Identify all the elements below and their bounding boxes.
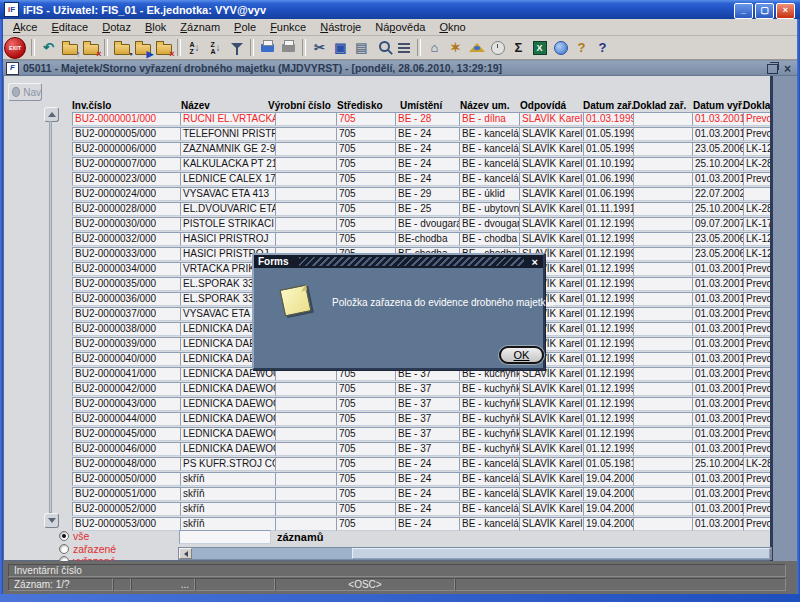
- cell-datum-zar[interactable]: 01.12.1999: [583, 307, 637, 321]
- help-icon[interactable]: ?: [592, 37, 613, 58]
- cell-nazev[interactable]: ZAZNAMNIK GE 2-9815: [180, 142, 279, 156]
- cell-umisteni[interactable]: BE - 24: [395, 157, 463, 171]
- cell-doklad-zar[interactable]: [633, 502, 696, 516]
- cell-datum-zar[interactable]: 01.06.1999: [583, 187, 637, 201]
- cell-inv[interactable]: BU2-0000048/000: [72, 457, 184, 471]
- cell-doklad-zar[interactable]: [633, 442, 696, 456]
- cell-doklad-zar[interactable]: [633, 187, 696, 201]
- cell-datum-vyr[interactable]: 09.07.2007: [692, 217, 747, 231]
- cell-vyrobni[interactable]: [275, 442, 340, 456]
- cell-datum-vyr[interactable]: 01.03.2001: [692, 367, 747, 381]
- cell-stredisko[interactable]: 705: [336, 397, 399, 411]
- cell-datum-vyr[interactable]: 25.10.2004: [692, 157, 747, 171]
- cell-umisteni[interactable]: BE - 24: [395, 487, 463, 501]
- cell-nazev[interactable]: LEDNICE CALEX 175: [180, 172, 279, 186]
- cell-inv[interactable]: BU2-0000023/000: [72, 172, 184, 186]
- cell-vyrobni[interactable]: [275, 202, 340, 216]
- cell-datum-vyr[interactable]: 01.03.2001: [692, 472, 747, 486]
- duplicate-record-icon[interactable]: ▤: [351, 37, 372, 58]
- cell-datum-zar[interactable]: 01.12.1999: [583, 217, 637, 231]
- cell-nazev[interactable]: skříň: [180, 487, 279, 501]
- cell-stredisko[interactable]: 705: [336, 202, 399, 216]
- cell-nazev-um[interactable]: BE - kancelář: [459, 487, 523, 501]
- cell-doklad-zar[interactable]: [633, 112, 696, 126]
- cell-vyrobni[interactable]: [275, 472, 340, 486]
- home-icon[interactable]: ⌂: [424, 37, 445, 58]
- cell-umisteni[interactable]: BE - 37: [395, 382, 463, 396]
- cell-umisteni[interactable]: BE - 28: [395, 112, 463, 126]
- cell-nazev-um[interactable]: BE - kuchyňka: [459, 382, 523, 396]
- cell-stredisko[interactable]: 705: [336, 127, 399, 141]
- cell-nazev-um[interactable]: BE - kancelář: [459, 517, 523, 531]
- cell-datum-zar[interactable]: 01.12.1999: [583, 412, 637, 426]
- cell-stredisko[interactable]: 705: [336, 187, 399, 201]
- cell-doklad-zar[interactable]: [633, 382, 696, 396]
- cell-datum-zar[interactable]: 01.12.1999: [583, 277, 637, 291]
- cell-vyrobni[interactable]: [275, 112, 340, 126]
- cell-umisteni[interactable]: BE - 37: [395, 412, 463, 426]
- cell-doklad-zar[interactable]: [633, 472, 696, 486]
- minimize-button[interactable]: _: [734, 3, 753, 19]
- close-button[interactable]: ×: [776, 3, 795, 19]
- cell-umisteni[interactable]: BE - 24: [395, 472, 463, 486]
- cell-odpovida[interactable]: SLAVÍK Karel 9:: [519, 457, 587, 471]
- cell-inv[interactable]: BU2-0000024/000: [72, 187, 184, 201]
- cell-inv[interactable]: BU2-0000036/000: [72, 292, 184, 306]
- radio-circle-icon[interactable]: [59, 531, 69, 541]
- cell-nazev-um[interactable]: BE - chodba 1: [459, 232, 523, 246]
- cell-umisteni[interactable]: BE - 24: [395, 502, 463, 516]
- cell-datum-zar[interactable]: 01.05.1999: [583, 127, 637, 141]
- cell-nazev-um[interactable]: BE - ubytovna: [459, 202, 523, 216]
- cell-stredisko[interactable]: 705: [336, 412, 399, 426]
- cell-umisteni[interactable]: BE-chodba: [395, 232, 463, 246]
- menu-blok[interactable]: Blok: [138, 20, 173, 34]
- cell-vyrobni[interactable]: [275, 517, 340, 531]
- cell-vyrobni[interactable]: [275, 427, 340, 441]
- cell-nazev-um[interactable]: BE - kuchyňka: [459, 412, 523, 426]
- cell-nazev[interactable]: EL.DVOUVARIC ETA 11: [180, 202, 279, 216]
- cell-datum-vyr[interactable]: 01.03.2001: [692, 307, 747, 321]
- cell-doklad-zar[interactable]: [633, 262, 696, 276]
- cell-datum-vyr[interactable]: 01.03.2001: [692, 172, 747, 186]
- cell-odpovida[interactable]: SLAVÍK Karel 9:: [519, 412, 587, 426]
- cell-datum-zar[interactable]: 19.04.2000: [583, 487, 637, 501]
- excel-export-icon[interactable]: X: [529, 37, 550, 58]
- record-count-input[interactable]: [179, 530, 271, 544]
- cell-vyrobni[interactable]: [275, 157, 340, 171]
- sum-icon[interactable]: Σ: [508, 37, 529, 58]
- cell-odpovida[interactable]: SLAVÍK Karel 9:: [519, 397, 587, 411]
- cell-nazev[interactable]: LEDNICKA DAEWOO FF: [180, 382, 279, 396]
- cell-datum-zar[interactable]: 01.11.1991: [583, 202, 637, 216]
- cell-datum-zar[interactable]: 01.12.1999: [583, 442, 637, 456]
- cell-datum-zar[interactable]: 01.05.1999: [583, 142, 637, 156]
- cell-datum-vyr[interactable]: 01.03.2001: [692, 427, 747, 441]
- cell-inv[interactable]: BU2-0000035/000: [72, 277, 184, 291]
- cell-odpovida[interactable]: SLAVÍK Karel 9:: [519, 157, 587, 171]
- cell-datum-vyr[interactable]: 01.03.2001: [692, 292, 747, 306]
- cell-odpovida[interactable]: SLAVÍK Karel 9:: [519, 427, 587, 441]
- cell-datum-vyr[interactable]: 01.03.2001: [692, 262, 747, 276]
- cell-nazev[interactable]: LEDNICKA DAEWOO FF: [180, 442, 279, 456]
- cell-nazev-um[interactable]: BE - dvougará: [459, 217, 523, 231]
- cell-umisteni[interactable]: BE - 29: [395, 187, 463, 201]
- cell-doklad-zar[interactable]: [633, 337, 696, 351]
- menu-pole[interactable]: Pole: [227, 20, 263, 34]
- cell-datum-vyr[interactable]: 01.03.2001: [692, 502, 747, 516]
- cell-nazev-um[interactable]: BE - dílna: [459, 112, 523, 126]
- cell-datum-vyr[interactable]: 23.05.2006: [692, 232, 747, 246]
- cell-datum-vyr[interactable]: 01.03.2001: [692, 442, 747, 456]
- cell-datum-vyr[interactable]: 01.03.2001: [692, 322, 747, 336]
- record-scroll-track[interactable]: [49, 121, 52, 513]
- cell-inv[interactable]: BU2-0000032/000: [72, 232, 184, 246]
- cell-inv[interactable]: BU2-0000044/000: [72, 412, 184, 426]
- clock-icon[interactable]: [487, 37, 508, 58]
- radio-zaazen[interactable]: zařazené: [59, 543, 116, 555]
- cell-nazev-um[interactable]: BE - kancelář: [459, 157, 523, 171]
- cell-vyrobni[interactable]: [275, 382, 340, 396]
- cell-inv[interactable]: BU2-0000005/000: [72, 127, 184, 141]
- cell-nazev[interactable]: KALKULACKA PT 212: [180, 157, 279, 171]
- cell-inv[interactable]: BU2-0000001/000: [72, 112, 184, 126]
- cell-inv[interactable]: BU2-0000043/000: [72, 397, 184, 411]
- dialog-close-icon[interactable]: ×: [526, 256, 543, 268]
- cell-umisteni[interactable]: BE - 24: [395, 142, 463, 156]
